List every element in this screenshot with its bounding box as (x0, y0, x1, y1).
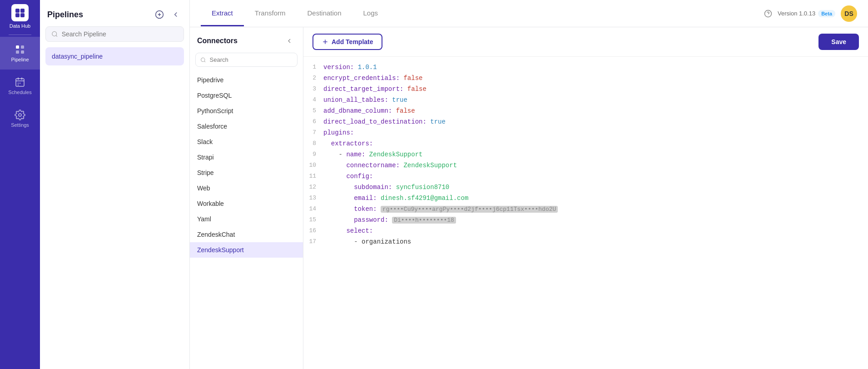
help-icon[interactable] (764, 10, 772, 18)
connector-item-stripe[interactable]: Stripe (190, 165, 303, 180)
pipeline-title: Pipelines (47, 10, 83, 20)
collapse-panel-button[interactable] (169, 8, 182, 21)
beta-badge: Beta (818, 10, 835, 17)
svg-point-12 (19, 114, 21, 116)
pipeline-search-icon (51, 30, 58, 38)
avatar[interactable]: DS (841, 5, 857, 22)
code-line-12: 12 subdomain: syncfusion8710 (303, 182, 868, 193)
pipeline-search-input[interactable] (62, 30, 178, 38)
version-badge: Version 1.0.13 Beta (778, 10, 835, 17)
connectors-search-input[interactable] (210, 56, 293, 63)
connector-item-workable[interactable]: Workable (190, 196, 303, 211)
connector-item-pythonscript[interactable]: PythonScript (190, 103, 303, 119)
collapse-connectors-button[interactable] (283, 35, 296, 47)
connector-item-web[interactable]: Web (190, 180, 303, 196)
connectors-list: Pipedrive PostgreSQL PythonScript Salesf… (190, 70, 303, 369)
svg-rect-6 (16, 50, 19, 54)
code-line-2: 2 encrypt_credentials: false (303, 73, 868, 84)
code-line-7: 7 plugins: (303, 128, 868, 139)
connectors-search-bar (195, 53, 298, 67)
code-line-11: 11 config: (303, 171, 868, 182)
sidebar: Data Hub Pipeline Schedules (0, 0, 40, 369)
code-line-13: 13 email: dinesh.sf4291@gmail.com (303, 193, 868, 204)
code-toolbar: Add Template Save (303, 27, 868, 57)
svg-rect-8 (16, 79, 24, 86)
version-text: Version 1.0.13 (778, 10, 815, 17)
connector-item-yaml[interactable]: Yaml (190, 211, 303, 227)
connectors-panel: Connectors Pipedrive PostgreSQL PythonSc… (190, 27, 303, 369)
sidebar-item-settings[interactable]: Settings (0, 102, 40, 135)
pipeline-list: datasync_pipeline (40, 47, 189, 369)
svg-point-20 (201, 58, 205, 61)
add-pipeline-button[interactable] (153, 8, 166, 21)
code-line-3: 3 direct_target_import: false (303, 84, 868, 95)
svg-line-21 (204, 61, 205, 62)
pipeline-header: Pipelines (40, 0, 189, 26)
top-nav-right: Version 1.0.13 Beta DS (764, 5, 857, 22)
sidebar-item-schedules[interactable]: Schedules (0, 70, 40, 102)
connector-item-pipedrive[interactable]: Pipedrive (190, 72, 303, 88)
code-line-14: 14 token: rg••••Cu9y••••argPy••••d2jf•••… (303, 204, 868, 215)
pipeline-header-actions (153, 8, 182, 21)
connector-item-zendeskchat[interactable]: ZendeskChat (190, 227, 303, 242)
logo-icon (11, 4, 29, 21)
main-content: Extract Transform Destination Logs Versi… (190, 0, 868, 369)
tab-logs[interactable]: Logs (352, 1, 389, 26)
pipeline-panel: Pipelines datasync_pipeline (40, 0, 190, 369)
code-line-6: 6 direct_load_to_destination: true (303, 117, 868, 128)
connector-item-salesforce[interactable]: Salesforce (190, 119, 303, 134)
sidebar-settings-label: Settings (11, 122, 29, 128)
code-line-4: 4 union_all_tables: true (303, 95, 868, 106)
svg-rect-0 (15, 9, 20, 13)
connector-item-strapi[interactable]: Strapi (190, 150, 303, 165)
code-line-5: 5 add_dbname_column: false (303, 106, 868, 117)
svg-line-17 (56, 35, 57, 37)
code-line-9: 9 - name: ZendeskSupport (303, 150, 868, 160)
tab-destination[interactable]: Destination (296, 1, 352, 26)
code-line-10: 10 connectorname: ZendeskSupport (303, 160, 868, 171)
editor-area: Connectors Pipedrive PostgreSQL PythonSc… (190, 27, 868, 369)
code-line-15: 15 password: Di••••h••••••••18 (303, 215, 868, 226)
code-panel: Add Template Save 1 version: 1.0.1 2 enc… (303, 27, 868, 369)
svg-point-16 (52, 31, 57, 36)
connectors-title: Connectors (197, 37, 238, 45)
connectors-header: Connectors (190, 27, 303, 53)
code-line-8: 8 extractors: (303, 139, 868, 150)
tab-transform[interactable]: Transform (244, 1, 297, 26)
code-editor[interactable]: 1 version: 1.0.1 2 encrypt_credentials: … (303, 57, 868, 369)
code-line-16: 16 select: (303, 226, 868, 237)
sidebar-nav: Pipeline Schedules Settings (0, 37, 40, 369)
logo-area[interactable]: Data Hub (0, 0, 40, 33)
svg-rect-3 (20, 13, 25, 17)
sidebar-schedules-label: Schedules (8, 90, 31, 95)
app-name: Data Hub (10, 23, 30, 29)
connector-item-postgresql[interactable]: PostgreSQL (190, 88, 303, 103)
svg-rect-1 (20, 9, 25, 13)
pipeline-item-datasync[interactable]: datasync_pipeline (45, 47, 184, 65)
add-template-button[interactable]: Add Template (312, 34, 382, 50)
svg-rect-11 (18, 85, 19, 85)
tab-extract[interactable]: Extract (201, 1, 244, 26)
svg-rect-5 (21, 45, 24, 49)
save-button[interactable]: Save (818, 34, 859, 50)
tab-list: Extract Transform Destination Logs (201, 1, 764, 26)
sidebar-item-pipeline[interactable]: Pipeline (0, 37, 40, 70)
svg-rect-4 (16, 45, 19, 49)
svg-rect-9 (18, 83, 19, 84)
svg-rect-7 (21, 50, 24, 54)
connector-item-zendesksupport[interactable]: ZendeskSupport (190, 242, 303, 258)
top-nav: Extract Transform Destination Logs Versi… (190, 0, 868, 27)
connector-item-slack[interactable]: Slack (190, 134, 303, 150)
sidebar-divider (9, 35, 31, 35)
sidebar-pipeline-label: Pipeline (11, 57, 29, 62)
connectors-search-icon (200, 57, 206, 63)
svg-rect-2 (15, 13, 20, 17)
svg-rect-10 (20, 83, 20, 84)
code-line-17: 17 - organizations (303, 237, 868, 248)
pipeline-search-bar (45, 26, 184, 42)
code-line-1: 1 version: 1.0.1 (303, 62, 868, 73)
